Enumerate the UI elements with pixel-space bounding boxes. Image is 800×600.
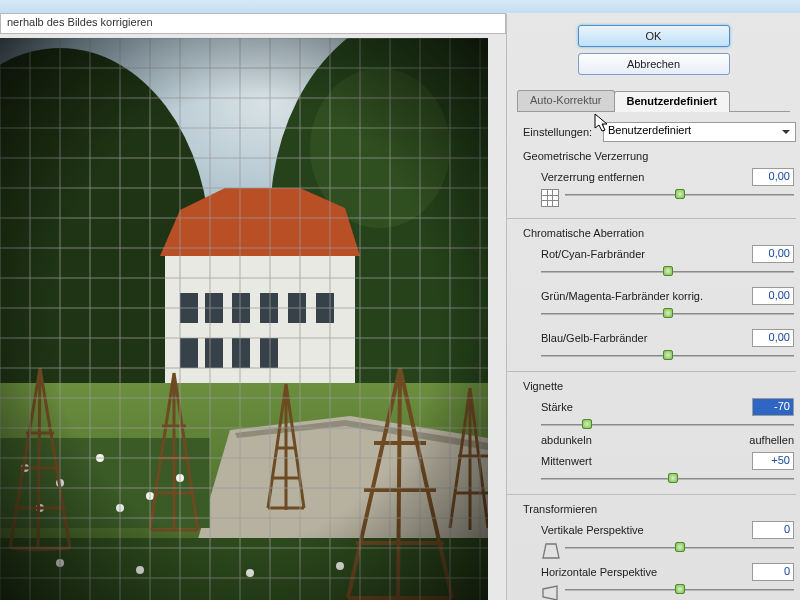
vpersp-slider[interactable] <box>565 541 794 555</box>
green-magenta-value[interactable]: 0,00 <box>752 287 794 305</box>
green-magenta-slider[interactable] <box>541 307 794 321</box>
tab-custom[interactable]: Benutzerdefiniert <box>614 91 730 112</box>
vignette-midpoint-label: Mittenwert <box>541 455 592 467</box>
remove-distortion-value[interactable]: 0,00 <box>752 168 794 186</box>
hpersp-slider[interactable] <box>565 583 794 597</box>
vignette-amount-value[interactable]: -70 <box>752 398 794 416</box>
tab-auto-correction[interactable]: Auto-Korrektur <box>517 90 615 111</box>
settings-label: Einstellungen: <box>523 126 603 138</box>
red-cyan-value[interactable]: 0,00 <box>752 245 794 263</box>
section-chroma-title: Chromatische Aberration <box>523 227 796 239</box>
grid-icon[interactable] <box>541 189 559 207</box>
cancel-button[interactable]: Abbrechen <box>578 53 730 75</box>
vignette-midpoint-slider[interactable] <box>541 472 794 486</box>
vignette-amount-label: Stärke <box>541 401 573 413</box>
vertical-perspective-icon[interactable] <box>541 542 561 560</box>
hpersp-label: Horizontale Perspektive <box>541 566 657 578</box>
vpersp-value[interactable]: 0 <box>752 521 794 539</box>
window-titlebar <box>0 0 800 13</box>
blue-yellow-slider[interactable] <box>541 349 794 363</box>
tab-bar: Auto-Korrektur Benutzerdefiniert <box>517 90 790 112</box>
vignette-lighten-label: aufhellen <box>749 434 794 446</box>
svg-marker-70 <box>543 586 557 600</box>
section-vignette-title: Vignette <box>523 380 796 392</box>
horizontal-perspective-icon[interactable] <box>541 584 561 600</box>
settings-value: Benutzerdefiniert <box>608 124 691 136</box>
svg-marker-69 <box>543 544 559 558</box>
remove-distortion-slider[interactable] <box>565 188 794 202</box>
blue-yellow-value[interactable]: 0,00 <box>752 329 794 347</box>
section-distortion-title: Geometrische Verzerrung <box>523 150 796 162</box>
vignette-amount-slider[interactable] <box>541 418 794 432</box>
controls-pane: OK Abbrechen Auto-Korrektur Benutzerdefi… <box>506 14 800 600</box>
section-transform-title: Transformieren <box>523 503 796 515</box>
vignette-darken-label: abdunkeln <box>541 434 592 446</box>
ok-button[interactable]: OK <box>578 25 730 47</box>
red-cyan-label: Rot/Cyan-Farbränder <box>541 248 645 260</box>
hpersp-value[interactable]: 0 <box>752 563 794 581</box>
blue-yellow-label: Blau/Gelb-Farbränder <box>541 332 647 344</box>
image-preview[interactable] <box>0 38 488 600</box>
settings-dropdown[interactable]: Benutzerdefiniert <box>603 122 796 142</box>
vignette-midpoint-value[interactable]: +50 <box>752 452 794 470</box>
dialog-title: nerhalb des Bildes korrigieren <box>0 13 506 34</box>
remove-distortion-label: Verzerrung entfernen <box>541 171 644 183</box>
vpersp-label: Vertikale Perspektive <box>541 524 644 536</box>
svg-rect-68 <box>0 38 488 600</box>
green-magenta-label: Grün/Magenta-Farbränder korrig. <box>541 290 703 302</box>
red-cyan-slider[interactable] <box>541 265 794 279</box>
